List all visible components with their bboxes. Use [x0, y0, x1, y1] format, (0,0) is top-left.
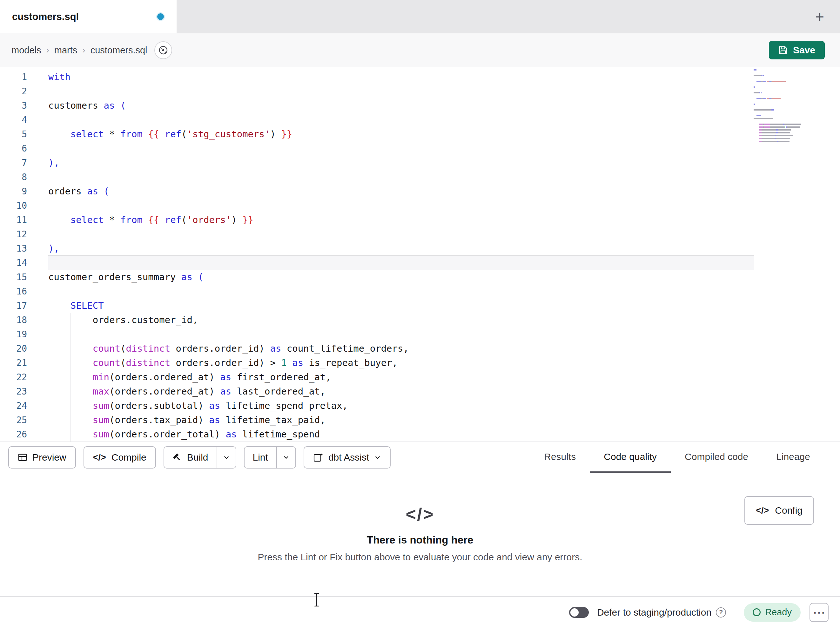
code-line[interactable]: 10: [0, 199, 840, 213]
code-line[interactable]: 5 select * from {{ ref('stg_customers') …: [0, 127, 840, 141]
code-line[interactable]: 6: [0, 141, 840, 156]
code-line[interactable]: 23 max(orders.ordered_at) as last_ordere…: [0, 384, 840, 399]
line-number: 15: [0, 270, 27, 284]
line-number: 6: [0, 141, 27, 156]
breadcrumb: models › marts › customers.sql: [11, 45, 147, 55]
code-line[interactable]: 1with: [0, 70, 840, 84]
code-line[interactable]: 25 sum(orders.tax_paid) as lifetime_tax_…: [0, 413, 840, 427]
preview-button[interactable]: Preview: [8, 446, 76, 468]
code-line[interactable]: 20 count(distinct orders.order_id) as co…: [0, 342, 840, 356]
overflow-menu-button[interactable]: ⋯: [810, 603, 829, 622]
code-text: [48, 170, 754, 184]
lint-dropdown-button[interactable]: [276, 447, 295, 468]
breadcrumb-separator: ›: [82, 45, 85, 55]
code-line[interactable]: 13),: [0, 241, 840, 256]
code-text: ),: [48, 156, 754, 170]
code-text: sum(orders.order_total) as lifetime_spen…: [48, 427, 754, 441]
code-line[interactable]: 21 count(distinct orders.order_id) > 1 a…: [0, 356, 840, 370]
tab-lineage[interactable]: Lineage: [762, 442, 824, 473]
code-line[interactable]: 19: [0, 327, 840, 342]
breadcrumb-item-models[interactable]: models: [11, 45, 41, 55]
lint-button[interactable]: Lint: [245, 447, 276, 468]
breadcrumb-item-customers-sql[interactable]: customers.sql: [90, 45, 147, 55]
minimap-line: [754, 98, 804, 99]
code-line[interactable]: 22 min(orders.ordered_at) as first_order…: [0, 370, 840, 384]
code-line[interactable]: 12: [0, 227, 840, 241]
config-button[interactable]: </> Config: [744, 496, 814, 525]
tab-code-quality[interactable]: Code quality: [590, 442, 671, 473]
code-line[interactable]: 14: [0, 256, 840, 270]
code-line[interactable]: 15customer_orders_summary as (: [0, 270, 840, 284]
minimap-line: [754, 106, 804, 108]
tab-compiled-code[interactable]: Compiled code: [671, 442, 762, 473]
code-line[interactable]: 2: [0, 84, 840, 98]
compile-button[interactable]: </> Compile: [84, 446, 156, 468]
code-line[interactable]: 8: [0, 170, 840, 184]
chevron-down-icon: [223, 454, 230, 461]
magic-edit-icon: [313, 452, 323, 462]
breadcrumb-bar: models › marts › customers.sql: [0, 33, 840, 67]
line-number: 26: [0, 427, 27, 441]
defer-toggle[interactable]: [569, 607, 589, 618]
minimap-line: [754, 112, 804, 113]
line-number: 20: [0, 342, 27, 356]
build-button-group: Build: [164, 446, 236, 468]
minimap-line: [754, 101, 804, 102]
code-text: [48, 199, 754, 213]
help-icon[interactable]: ?: [716, 607, 726, 617]
code-text: [48, 141, 754, 156]
code-line[interactable]: 26 sum(orders.order_total) as lifetime_s…: [0, 427, 840, 441]
editor-toolbar: Preview </> Compile Build: [0, 441, 840, 473]
dbt-assist-button[interactable]: dbt Assist: [303, 446, 391, 468]
code-line[interactable]: 17 SELECT: [0, 299, 840, 313]
code-text: customers as (: [48, 98, 754, 113]
code-line[interactable]: 3customers as (: [0, 98, 840, 113]
code-line[interactable]: 4: [0, 113, 840, 127]
minimap-line: [754, 72, 804, 73]
dbt-orb-button[interactable]: [154, 41, 172, 59]
code-text: count(distinct orders.order_id) as count…: [48, 342, 754, 356]
code-line[interactable]: 9orders as (: [0, 184, 840, 199]
line-number: 23: [0, 384, 27, 399]
file-tab-customers-sql[interactable]: customers.sql: [0, 0, 177, 33]
line-number: 13: [0, 241, 27, 256]
save-button[interactable]: Save: [769, 41, 825, 59]
code-line[interactable]: 18 orders.customer_id,: [0, 313, 840, 327]
defer-label: Defer to staging/production: [597, 607, 711, 618]
code-line[interactable]: 11 select * from {{ ref('orders') }}: [0, 213, 840, 227]
table-grid-icon: [18, 452, 27, 462]
toggle-knob: [570, 608, 579, 617]
build-button-label: Build: [187, 452, 208, 463]
code-line[interactable]: 24 sum(orders.subtotal) as lifetime_spen…: [0, 399, 840, 413]
code-text: min(orders.ordered_at) as first_ordered_…: [48, 370, 754, 384]
code-line[interactable]: 16: [0, 284, 840, 299]
build-dropdown-button[interactable]: [216, 447, 236, 468]
status-badge-ready[interactable]: Ready: [744, 603, 801, 622]
code-text: customer_orders_summary as (: [48, 270, 754, 284]
line-number: 21: [0, 356, 27, 370]
minimap-line: [754, 95, 804, 96]
preview-button-label: Preview: [32, 452, 66, 463]
empty-state-title: There is nothing here: [0, 534, 840, 546]
tab-results[interactable]: Results: [530, 442, 590, 473]
line-number: 16: [0, 284, 27, 299]
minimap-line: [754, 109, 804, 111]
minimap[interactable]: [754, 69, 804, 144]
code-line[interactable]: 7),: [0, 156, 840, 170]
new-tab-button[interactable]: +: [810, 0, 830, 33]
code-editor[interactable]: 1with23customers as (45 select * from {{…: [0, 67, 840, 441]
code-text: [48, 327, 754, 342]
config-button-label: Config: [775, 505, 802, 516]
build-button[interactable]: Build: [164, 447, 216, 468]
file-tab-title: customers.sql: [12, 11, 79, 22]
line-number: 14: [0, 256, 27, 270]
unsaved-changes-dot-icon: [157, 13, 164, 20]
line-number: 8: [0, 170, 27, 184]
minimap-line: [754, 84, 804, 85]
chevron-down-icon: [374, 454, 381, 461]
breadcrumb-item-marts[interactable]: marts: [54, 45, 77, 55]
minimap-line: [754, 123, 804, 125]
minimap-line: [754, 69, 804, 71]
minimap-line: [754, 92, 804, 93]
minimap-line: [754, 86, 804, 88]
